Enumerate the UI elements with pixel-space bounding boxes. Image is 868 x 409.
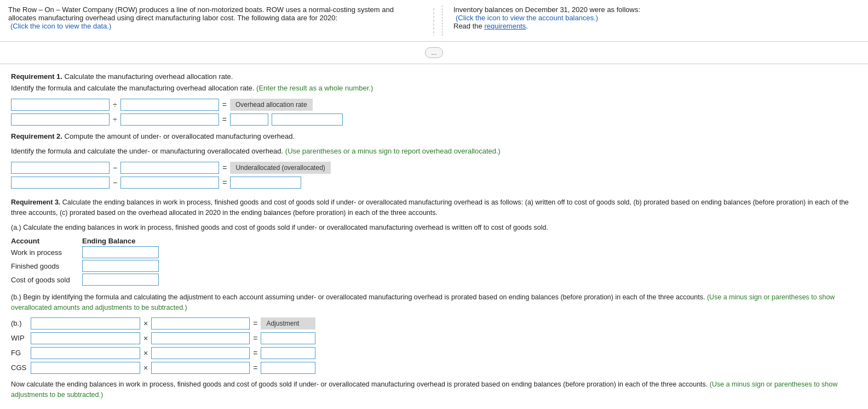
requirement-3-section: Requirement 3. Calculate the ending bala… (11, 197, 857, 400)
req3-part-b-formulas: (b.) × = Adjustment WIP × = FG × (11, 317, 857, 374)
req3-b-fg-row: FG × = (11, 347, 857, 359)
req1-operator1: ÷ (113, 100, 117, 109)
account-input-fg[interactable] (82, 260, 159, 272)
req2-result[interactable] (230, 177, 301, 189)
account-name-cogs: Cost of goods sold (11, 276, 82, 284)
req2-operator2: − (113, 178, 117, 187)
req3-part-a-desc: (a.) Calculate the ending balances in wo… (11, 223, 857, 233)
b-cgs-input2[interactable] (151, 362, 250, 374)
b-header-input2[interactable] (151, 317, 250, 330)
b-header-equals: = (253, 319, 257, 328)
req3-b-wip-row: WIP × = (11, 332, 857, 344)
b-wip-input1[interactable] (31, 332, 140, 344)
req2-equals2: = (222, 178, 227, 187)
req3-part-b-footer: Now calculate the ending balances in wor… (11, 379, 857, 400)
b-wip-times: × (143, 334, 148, 343)
left-description: The Row – On – Water Company (ROW) produ… (8, 5, 415, 22)
b-adjustment-label: Adjustment (261, 317, 315, 330)
req2-operator1: − (113, 163, 117, 172)
req2-heading: Requirement 2. Compute the amount of und… (11, 132, 857, 140)
b-fg-times: × (143, 349, 148, 357)
table-row-wip: Work in process (11, 246, 857, 258)
b-cgs-equals: = (253, 363, 257, 372)
req2-formula-row1: − = Underallocated (overallocated) (11, 162, 857, 174)
b-wip-input2[interactable] (151, 332, 250, 344)
b-fg-input1[interactable] (31, 347, 140, 359)
requirement-2-section: Requirement 2. Compute the amount of und… (11, 132, 857, 189)
req3-part-b-desc: (b.) Begin by identifying the formula an… (11, 292, 857, 313)
col-header-balance: Ending Balance (82, 237, 164, 245)
top-right-panel: Inventory balances on December 31, 2020 … (442, 5, 860, 36)
view-data-link[interactable]: (Click the icon to view the data.) (8, 22, 111, 30)
top-left-panel: The Row – On – Water Company (ROW) produ… (8, 5, 426, 36)
req1-formula-row1: ÷ = Overhead allocation rate (11, 99, 857, 111)
account-table-header: Account Ending Balance (11, 237, 857, 245)
req1-input2b[interactable] (120, 113, 219, 126)
b-row-label-cgs: CGS (11, 363, 27, 372)
req1-heading: Requirement 1. Calculate the manufacturi… (11, 72, 857, 81)
table-row-fg: Finished goods (11, 260, 857, 272)
b-row-label-header: (b.) (11, 319, 27, 327)
req1-operator2: ÷ (113, 115, 117, 124)
account-table: Account Ending Balance Work in process F… (11, 237, 857, 286)
req2-equals1: = (222, 163, 227, 172)
b-cgs-result[interactable] (261, 362, 315, 374)
account-name-fg: Finished goods (11, 262, 82, 270)
b-fg-result[interactable] (261, 347, 315, 359)
table-row-cogs: Cost of goods sold (11, 274, 857, 286)
requirement-1-section: Requirement 1. Calculate the manufacturi… (11, 72, 857, 126)
req2-input2b[interactable] (120, 177, 219, 189)
b-row-label-wip: WIP (11, 334, 27, 342)
req1-instruction: Identify the formula and calculate the m… (11, 84, 857, 92)
req2-instruction: Identify the formula and calculate the u… (11, 147, 857, 155)
right-description: Inventory balances on December 31, 2020 … (453, 5, 860, 14)
req1-input2a[interactable] (11, 113, 110, 126)
req1-result2[interactable] (272, 113, 343, 126)
read-requirements: Read the requirements. (453, 22, 860, 30)
top-section: The Row – On – Water Company (ROW) produ… (0, 0, 868, 42)
b-fg-input2[interactable] (151, 347, 250, 359)
req1-equals1: = (222, 100, 227, 109)
b-wip-result[interactable] (261, 332, 315, 344)
b-cgs-times: × (143, 363, 148, 372)
main-content: Requirement 1. Calculate the manufacturi… (0, 64, 868, 409)
b-header-times: × (143, 319, 148, 328)
b-row-label-fg: FG (11, 349, 27, 357)
req2-formula-row2: − = (11, 177, 857, 189)
view-data-label[interactable]: (Click the icon to view the data.) (10, 22, 111, 30)
req1-input1a[interactable] (11, 99, 110, 111)
b-wip-equals: = (253, 334, 257, 343)
view-balances-link[interactable]: (Click the icon to view the account bala… (453, 14, 598, 22)
ellipsis-button[interactable]: ... (425, 47, 442, 58)
req2-input2a[interactable] (11, 177, 110, 189)
requirements-link[interactable]: requirements (484, 22, 526, 30)
account-input-wip[interactable] (82, 246, 159, 258)
req1-input1b[interactable] (120, 99, 219, 111)
req3-heading: Requirement 3. Calculate the ending bala… (11, 197, 857, 218)
req3-b-cgs-row: CGS × = (11, 362, 857, 374)
req1-overhead-label: Overhead allocation rate (230, 99, 313, 111)
b-fg-equals: = (253, 349, 257, 357)
req1-formula-row2: ÷ = (11, 113, 857, 126)
req2-input1a[interactable] (11, 162, 110, 174)
view-balances-label[interactable]: (Click the icon to view the account bala… (456, 14, 598, 22)
req2-underallocated-label: Underallocated (overallocated) (230, 162, 330, 174)
req2-input1b[interactable] (120, 162, 219, 174)
account-input-cogs[interactable] (82, 274, 159, 286)
req1-equals2: = (222, 115, 227, 124)
b-header-input1[interactable] (31, 317, 140, 330)
req1-result1[interactable] (230, 113, 268, 126)
divider-icon (430, 8, 437, 36)
b-cgs-input1[interactable] (31, 362, 140, 374)
account-name-wip: Work in process (11, 248, 82, 257)
col-header-account: Account (11, 237, 82, 245)
req3-b-header-row: (b.) × = Adjustment (11, 317, 857, 330)
